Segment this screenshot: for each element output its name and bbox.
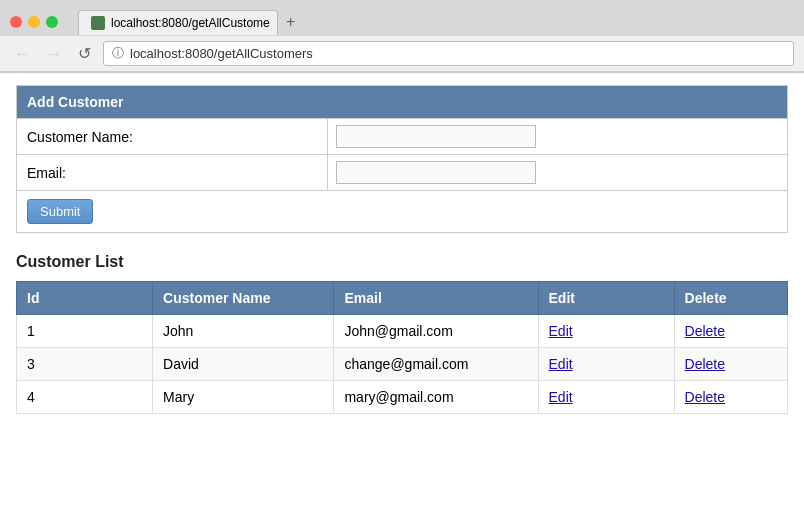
table-row: 3Davidchange@gmail.comEditDelete bbox=[17, 348, 788, 381]
email-label: Email: bbox=[17, 157, 327, 189]
window-controls bbox=[10, 16, 58, 28]
lock-icon: ⓘ bbox=[112, 45, 124, 62]
form-header: Add Customer bbox=[17, 86, 787, 118]
delete-link[interactable]: Delete bbox=[685, 389, 725, 405]
tab-label: localhost:8080/getAllCustome bbox=[111, 16, 270, 30]
cell-email: change@gmail.com bbox=[334, 348, 538, 381]
page-content: Add Customer Customer Name: Email: Submi… bbox=[0, 73, 804, 511]
cell-edit: Edit bbox=[538, 315, 674, 348]
back-button[interactable]: ← bbox=[10, 43, 34, 65]
col-header-id: Id bbox=[17, 282, 153, 315]
close-window-button[interactable] bbox=[10, 16, 22, 28]
email-input[interactable] bbox=[336, 161, 536, 184]
delete-link[interactable]: Delete bbox=[685, 356, 725, 372]
customer-list-section: Customer List Id Customer Name Email Edi… bbox=[16, 253, 788, 414]
col-header-delete: Delete bbox=[674, 282, 787, 315]
col-header-name: Customer Name bbox=[153, 282, 334, 315]
form-submit-row: Submit bbox=[17, 190, 787, 232]
browser-chrome: localhost:8080/getAllCustome ✕ + ← → ↺ ⓘ… bbox=[0, 0, 804, 73]
active-tab[interactable]: localhost:8080/getAllCustome ✕ bbox=[78, 10, 278, 35]
new-tab-button[interactable]: + bbox=[278, 9, 303, 35]
customer-name-input[interactable] bbox=[336, 125, 536, 148]
cell-delete: Delete bbox=[674, 381, 787, 414]
cell-edit: Edit bbox=[538, 381, 674, 414]
address-bar: ← → ↺ ⓘ localhost:8080/getAllCustomers bbox=[0, 36, 804, 72]
delete-link[interactable]: Delete bbox=[685, 323, 725, 339]
cell-id: 1 bbox=[17, 315, 153, 348]
cell-id: 4 bbox=[17, 381, 153, 414]
submit-button[interactable]: Submit bbox=[27, 199, 93, 224]
maximize-window-button[interactable] bbox=[46, 16, 58, 28]
title-bar: localhost:8080/getAllCustome ✕ + bbox=[0, 0, 804, 36]
forward-button[interactable]: → bbox=[42, 43, 66, 65]
customer-name-row: Customer Name: bbox=[17, 118, 787, 154]
customer-table: Id Customer Name Email Edit Delete 1John… bbox=[16, 281, 788, 414]
cell-name: David bbox=[153, 348, 334, 381]
email-input-cell bbox=[327, 155, 787, 190]
refresh-button[interactable]: ↺ bbox=[74, 42, 95, 65]
table-row: 4Marymary@gmail.comEditDelete bbox=[17, 381, 788, 414]
col-header-email: Email bbox=[334, 282, 538, 315]
customer-name-input-cell bbox=[327, 119, 787, 154]
customer-name-label: Customer Name: bbox=[17, 121, 327, 153]
minimize-window-button[interactable] bbox=[28, 16, 40, 28]
cell-delete: Delete bbox=[674, 315, 787, 348]
cell-edit: Edit bbox=[538, 348, 674, 381]
edit-link[interactable]: Edit bbox=[549, 323, 573, 339]
edit-link[interactable]: Edit bbox=[549, 389, 573, 405]
customer-list-title: Customer List bbox=[16, 253, 788, 271]
cell-email: mary@gmail.com bbox=[334, 381, 538, 414]
table-row: 1JohnJohn@gmail.comEditDelete bbox=[17, 315, 788, 348]
cell-name: John bbox=[153, 315, 334, 348]
address-text: localhost:8080/getAllCustomers bbox=[130, 46, 313, 61]
email-row: Email: bbox=[17, 154, 787, 190]
edit-link[interactable]: Edit bbox=[549, 356, 573, 372]
cell-name: Mary bbox=[153, 381, 334, 414]
cell-delete: Delete bbox=[674, 348, 787, 381]
cell-email: John@gmail.com bbox=[334, 315, 538, 348]
tab-bar: localhost:8080/getAllCustome ✕ + bbox=[78, 9, 303, 35]
add-customer-section: Add Customer Customer Name: Email: Submi… bbox=[16, 85, 788, 233]
cell-id: 3 bbox=[17, 348, 153, 381]
table-header-row: Id Customer Name Email Edit Delete bbox=[17, 282, 788, 315]
tab-favicon-icon bbox=[91, 16, 105, 30]
address-input-wrapper[interactable]: ⓘ localhost:8080/getAllCustomers bbox=[103, 41, 794, 66]
col-header-edit: Edit bbox=[538, 282, 674, 315]
